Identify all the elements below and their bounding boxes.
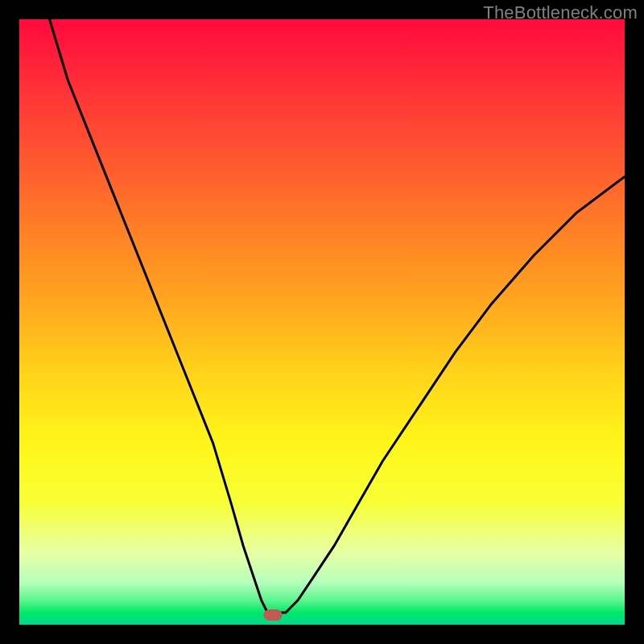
bottleneck-curve [19, 19, 625, 625]
minimum-marker [264, 609, 283, 621]
watermark-label: TheBottleneck.com [483, 2, 638, 23]
chart-frame: TheBottleneck.com [0, 0, 644, 644]
plot-area [19, 19, 625, 625]
